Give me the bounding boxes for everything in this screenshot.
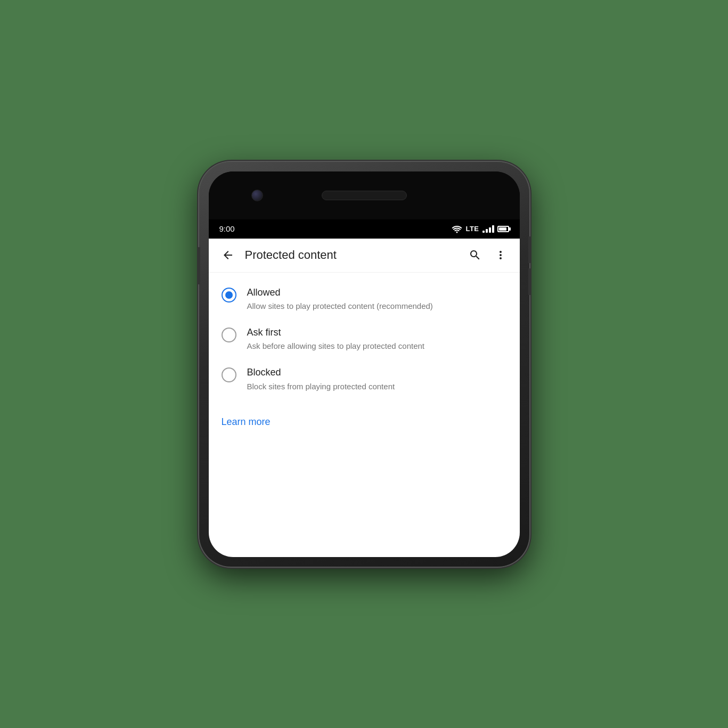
status-bar: 9:00 LTE xyxy=(209,219,520,239)
option-desc-allowed: Allow sites to play protected content (r… xyxy=(247,300,507,312)
option-title-blocked: Blocked xyxy=(247,366,507,379)
toolbar-actions xyxy=(464,244,511,266)
option-ask-first[interactable]: Ask first Ask before allowing sites to p… xyxy=(209,319,520,359)
search-button[interactable] xyxy=(464,244,486,266)
top-bezel xyxy=(209,171,520,219)
radio-allowed[interactable] xyxy=(222,288,236,302)
option-title-allowed: Allowed xyxy=(247,287,507,299)
wifi-icon xyxy=(452,225,462,233)
options-list: Allowed Allow sites to play protected co… xyxy=(209,273,520,406)
option-blocked[interactable]: Blocked Block sites from playing protect… xyxy=(209,359,520,399)
power-button[interactable] xyxy=(197,247,200,284)
phone-frame: 9:00 LTE xyxy=(199,162,529,567)
option-title-ask-first: Ask first xyxy=(247,326,507,339)
status-icons: LTE xyxy=(452,225,509,233)
learn-more-link[interactable]: Learn more xyxy=(222,416,271,427)
option-desc-ask-first: Ask before allowing sites to play protec… xyxy=(247,340,507,351)
option-text-allowed: Allowed Allow sites to play protected co… xyxy=(247,287,507,312)
front-camera xyxy=(251,190,263,201)
radio-outer-blocked xyxy=(222,367,236,382)
radio-inner-allowed xyxy=(225,291,233,299)
option-desc-blocked: Block sites from playing protected conte… xyxy=(247,381,507,392)
more-options-button[interactable] xyxy=(490,244,511,266)
volume-up-button[interactable] xyxy=(528,236,531,263)
battery-icon xyxy=(497,226,509,232)
status-time: 9:00 xyxy=(219,224,235,233)
signal-icon xyxy=(482,225,494,233)
back-button[interactable] xyxy=(217,244,239,266)
option-allowed[interactable]: Allowed Allow sites to play protected co… xyxy=(209,279,520,319)
radio-blocked[interactable] xyxy=(222,367,236,382)
learn-more-section: Learn more xyxy=(209,406,520,438)
option-text-blocked: Blocked Block sites from playing protect… xyxy=(247,366,507,391)
volume-down-button[interactable] xyxy=(528,268,531,295)
lte-indicator: LTE xyxy=(465,225,479,233)
radio-outer-ask-first xyxy=(222,328,236,342)
option-text-ask-first: Ask first Ask before allowing sites to p… xyxy=(247,326,507,351)
speaker xyxy=(322,191,407,200)
radio-ask-first[interactable] xyxy=(222,328,236,342)
page-title: Protected content xyxy=(245,248,458,262)
phone-screen: 9:00 LTE xyxy=(209,171,520,557)
app-bar: Protected content xyxy=(209,239,520,273)
screen-content: Protected content xyxy=(209,239,520,557)
radio-outer-allowed xyxy=(222,288,236,302)
